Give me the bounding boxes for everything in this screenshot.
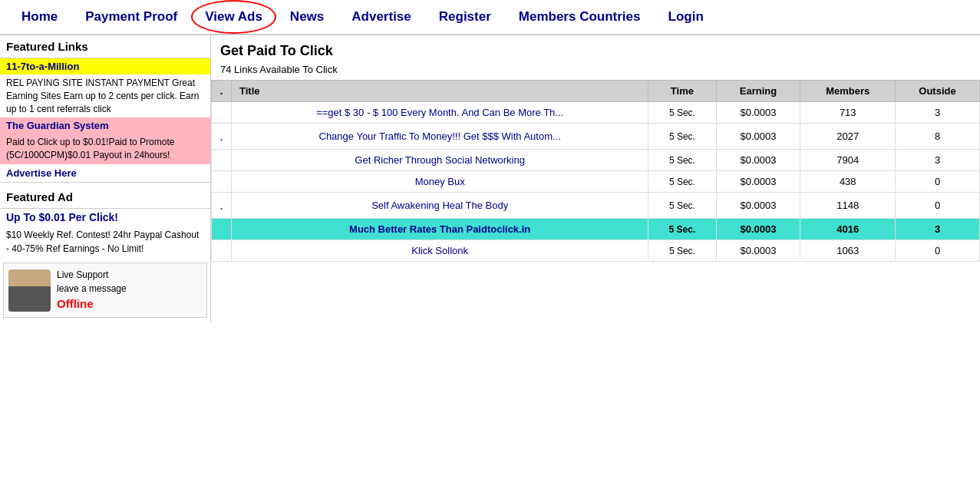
nav-payment-proof[interactable]: Payment Proof [71, 0, 191, 34]
row-members: 4016 [800, 219, 896, 240]
nav-register[interactable]: Register [425, 0, 505, 34]
row-outside: 3 [896, 102, 980, 124]
col-time: Time [648, 81, 716, 102]
row-dot [212, 240, 232, 262]
main-content: Get Paid To Click 74 Links Available To … [211, 35, 980, 322]
row-earning: $0.0003 [716, 193, 800, 219]
nav-advertise[interactable]: Advertise [338, 0, 424, 34]
table-row[interactable]: .Self Awakening Heal The Body5 Sec.$0.00… [212, 193, 980, 219]
col-title: Title [232, 81, 648, 102]
live-support-box: Live Support leave a message Offline [3, 263, 207, 319]
row-outside: 0 [896, 171, 980, 193]
sidebar-advertise: Advertise Here [0, 164, 210, 182]
row-title[interactable]: Much Better Rates Than Paidtoclick.in [232, 219, 648, 240]
avatar-face [8, 269, 51, 312]
row-title[interactable]: Change Your Traffic To Money!!! Get $$$ … [232, 124, 648, 150]
links-available: 74 Links Available To Click [211, 62, 980, 80]
row-dot [212, 102, 232, 124]
col-earning: Earning [716, 81, 800, 102]
row-outside: 3 [896, 150, 980, 171]
row-members: 438 [800, 171, 896, 193]
table-row[interactable]: Much Better Rates Than Paidtoclick.in5 S… [212, 219, 980, 240]
col-outside: Outside [896, 81, 980, 102]
row-outside: 3 [896, 219, 980, 240]
row-time: 5 Sec. [648, 102, 716, 124]
row-title[interactable]: Get Richer Through Social Networking [232, 150, 648, 171]
row-earning: $0.0003 [716, 102, 800, 124]
row-time: 5 Sec. [648, 219, 716, 240]
sidebar-text-rel: REL PAYING SITE INSTANT PAYMENT Great Ea… [0, 74, 210, 117]
row-dot: . [212, 193, 232, 219]
table-row[interactable]: Get Richer Through Social Networking5 Se… [212, 150, 980, 171]
row-members: 2027 [800, 124, 896, 150]
navigation: Home Payment Proof View Ads News Adverti… [0, 0, 980, 35]
nav-home[interactable]: Home [8, 0, 71, 34]
row-title[interactable]: ==get $ 30 - $ 100 Every Month. And Can … [232, 102, 648, 124]
row-outside: 8 [896, 124, 980, 150]
ads-table: . Title Time Earning Members Outside ==g… [211, 80, 980, 262]
live-support-line1: Live Support [57, 269, 108, 280]
nav-login[interactable]: Login [655, 0, 718, 34]
featured-ad-section: Featured Ad Up To $0.01 Per Click! $10 W… [0, 182, 210, 258]
table-row[interactable]: ==get $ 30 - $ 100 Every Month. And Can … [212, 102, 980, 124]
featured-ad-link[interactable]: Up To $0.01 Per Click! [0, 209, 210, 226]
col-dot: . [212, 81, 232, 102]
table-header-row: . Title Time Earning Members Outside [212, 81, 980, 102]
row-time: 5 Sec. [648, 124, 716, 150]
row-members: 7904 [800, 150, 896, 171]
nav-news[interactable]: News [276, 0, 338, 34]
row-dot: . [212, 124, 232, 150]
avatar [8, 269, 51, 312]
advertise-here-link[interactable]: Advertise Here [6, 167, 77, 179]
row-earning: $0.0003 [716, 171, 800, 193]
row-earning: $0.0003 [716, 240, 800, 262]
live-support-line2: leave a message [57, 283, 127, 294]
sidebar-link-guardian[interactable]: The Guardian System [0, 117, 210, 134]
row-title[interactable]: Self Awakening Heal The Body [232, 193, 648, 219]
table-row[interactable]: .Change Your Traffic To Money!!! Get $$$… [212, 124, 980, 150]
sidebar-link-11-7to-million[interactable]: 11-7to-a-Million [0, 58, 210, 74]
row-members: 713 [800, 102, 896, 124]
row-members: 1063 [800, 240, 896, 262]
row-time: 5 Sec. [648, 240, 716, 262]
featured-ad-title: Featured Ad [0, 186, 210, 209]
row-outside: 0 [896, 240, 980, 262]
row-title[interactable]: Money Bux [232, 171, 648, 193]
row-time: 5 Sec. [648, 193, 716, 219]
page-title: Get Paid To Click [211, 35, 980, 62]
table-row[interactable]: Klick Sollonk5 Sec.$0.000310630 [212, 240, 980, 262]
row-time: 5 Sec. [648, 150, 716, 171]
row-dot [212, 219, 232, 240]
featured-links-title: Featured Links [0, 35, 210, 58]
row-time: 5 Sec. [648, 171, 716, 193]
nav-members-countries[interactable]: Members Countries [505, 0, 655, 34]
main-layout: Featured Links 11-7to-a-Million REL PAYI… [0, 35, 980, 322]
sidebar: Featured Links 11-7to-a-Million REL PAYI… [0, 35, 211, 322]
live-support-text: Live Support leave a message Offline [51, 268, 127, 313]
featured-ad-text: $10 Weekly Ref. Contest! 24hr Paypal Cas… [0, 226, 210, 258]
row-members: 1148 [800, 193, 896, 219]
sidebar-text-guardian: Paid to Click up to $0.01!Paid to Promot… [0, 134, 210, 164]
col-members: Members [800, 81, 896, 102]
row-dot [212, 150, 232, 171]
nav-view-ads[interactable]: View Ads [191, 0, 276, 34]
row-title[interactable]: Klick Sollonk [232, 240, 648, 262]
table-row[interactable]: Money Bux5 Sec.$0.00034380 [212, 171, 980, 193]
row-earning: $0.0003 [716, 150, 800, 171]
offline-label: Offline [57, 297, 94, 310]
row-earning: $0.0003 [716, 124, 800, 150]
row-dot [212, 171, 232, 193]
row-earning: $0.0003 [716, 219, 800, 240]
row-outside: 0 [896, 193, 980, 219]
